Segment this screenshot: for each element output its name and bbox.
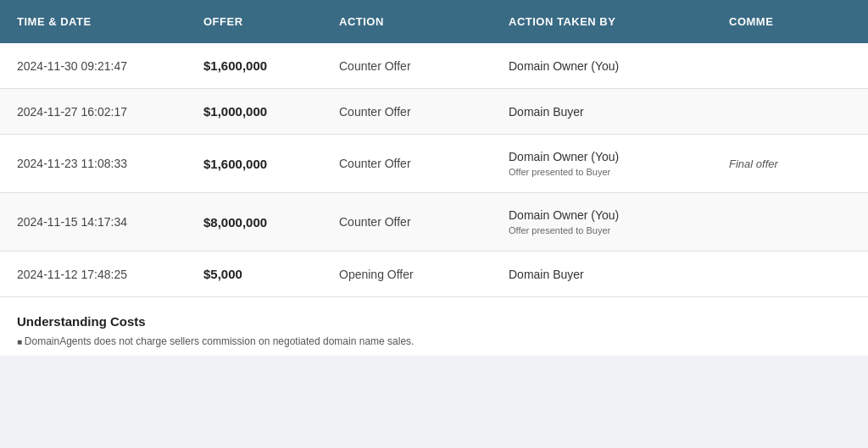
header-offer: OFFER xyxy=(186,0,322,43)
cell-action-taken-by: Domain Owner (You) xyxy=(492,43,712,89)
cell-comment: Final offer xyxy=(712,135,868,193)
header-action: ACTION xyxy=(322,0,492,43)
cell-time: 2024-11-27 16:02:17 xyxy=(0,89,186,135)
table-row: 2024-11-23 11:08:33$1,600,000Counter Off… xyxy=(0,135,868,193)
cell-time: 2024-11-15 14:17:34 xyxy=(0,193,186,252)
cell-action-taken-by: Domain Buyer xyxy=(492,89,712,135)
cell-action: Counter Offer xyxy=(322,89,492,135)
table-row: 2024-11-12 17:48:25$5,000Opening OfferDo… xyxy=(0,252,868,297)
cell-time: 2024-11-30 09:21:47 xyxy=(0,43,186,89)
footer-title: Understanding Costs xyxy=(17,314,851,329)
table-row: 2024-11-30 09:21:47$1,600,000Counter Off… xyxy=(0,43,868,89)
cell-comment xyxy=(712,89,868,135)
cell-time: 2024-11-23 11:08:33 xyxy=(0,135,186,193)
cell-sub-label: Offer presented to Buyer xyxy=(509,225,695,235)
offers-table-container: TIME & DATE OFFER ACTION ACTION TAKEN BY… xyxy=(0,0,868,356)
cell-action: Opening Offer xyxy=(322,252,492,297)
cell-comment xyxy=(712,252,868,297)
cell-offer: $5,000 xyxy=(186,252,322,297)
cell-time: 2024-11-12 17:48:25 xyxy=(0,252,186,297)
table-row: 2024-11-27 16:02:17$1,000,000Counter Off… xyxy=(0,89,868,135)
cell-action-taken-by: Domain Buyer xyxy=(492,252,712,297)
cell-offer: $1,600,000 xyxy=(186,43,322,89)
cell-comment xyxy=(712,43,868,89)
footer-note: DomainAgents does not charge sellers com… xyxy=(17,335,851,347)
header-time-date: TIME & DATE xyxy=(0,0,186,43)
header-comment: COMME xyxy=(712,0,868,43)
cell-action-taken-by: Domain Owner (You)Offer presented to Buy… xyxy=(492,135,712,193)
footer-section: Understanding Costs DomainAgents does no… xyxy=(0,297,868,356)
offers-table: TIME & DATE OFFER ACTION ACTION TAKEN BY… xyxy=(0,0,868,297)
cell-offer: $8,000,000 xyxy=(186,193,322,252)
cell-sub-label: Offer presented to Buyer xyxy=(509,167,695,177)
table-row: 2024-11-15 14:17:34$8,000,000Counter Off… xyxy=(0,193,868,252)
cell-action: Counter Offer xyxy=(322,43,492,89)
cell-action: Counter Offer xyxy=(322,193,492,252)
cell-comment xyxy=(712,193,868,252)
cell-action-taken-by: Domain Owner (You)Offer presented to Buy… xyxy=(492,193,712,252)
cell-action: Counter Offer xyxy=(322,135,492,193)
header-action-taken-by: ACTION TAKEN BY xyxy=(492,0,712,43)
cell-offer: $1,000,000 xyxy=(186,89,322,135)
cell-offer: $1,600,000 xyxy=(186,135,322,193)
